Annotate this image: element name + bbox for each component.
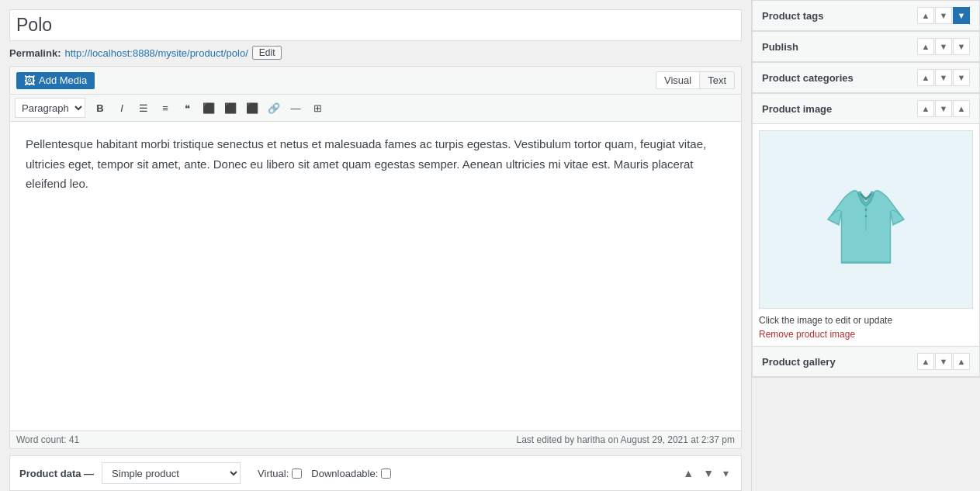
product-categories-down-btn[interactable]: ▼ — [935, 69, 952, 86]
ordered-list-button[interactable]: ≡ — [155, 98, 175, 118]
product-data-up-button[interactable]: ▲ — [680, 465, 697, 481]
publish-toggle-btn[interactable]: ▼ — [953, 38, 970, 55]
permalink-label: Permalink: — [9, 47, 61, 59]
bold-button[interactable]: B — [90, 98, 110, 118]
downloadable-checkbox[interactable] — [381, 469, 391, 479]
permalink-bar: Permalink: http://localhost:8888/mysite/… — [9, 46, 742, 60]
publish-up-btn[interactable]: ▲ — [917, 38, 934, 55]
publish-controls: ▲ ▼ ▼ — [917, 38, 970, 55]
product-type-select[interactable]: Simple productGrouped productExternal/Af… — [102, 462, 241, 484]
product-categories-up-btn[interactable]: ▲ — [917, 69, 934, 86]
word-count-label: Word count: — [16, 434, 66, 445]
product-image-header[interactable]: Product image ▲ ▼ ▲ — [753, 94, 979, 124]
remove-product-image-link[interactable]: Remove product image — [759, 329, 973, 340]
last-edited: Last edited by haritha on August 29, 202… — [516, 434, 735, 445]
product-categories-toggle-btn[interactable]: ▼ — [953, 69, 970, 86]
visual-tab[interactable]: Visual — [656, 72, 700, 88]
product-categories-box: Product categories ▲ ▼ ▼ — [752, 62, 980, 93]
table-button[interactable]: ⊞ — [307, 98, 327, 118]
horizontal-rule-button[interactable]: — — [286, 98, 306, 118]
product-image-container: Click the image to edit or update Remove… — [753, 124, 979, 346]
product-categories-controls: ▲ ▼ ▼ — [917, 69, 970, 86]
paragraph-select[interactable]: Paragraph — [15, 98, 85, 118]
product-gallery-down-btn[interactable]: ▼ — [935, 353, 952, 370]
downloadable-label: Downloadable: — [311, 468, 391, 479]
product-gallery-controls: ▲ ▼ ▲ — [917, 353, 970, 370]
svg-point-2 — [865, 215, 867, 217]
product-image-down-btn[interactable]: ▼ — [935, 100, 952, 117]
svg-point-1 — [865, 209, 867, 211]
product-gallery-toggle-btn[interactable]: ▲ — [953, 353, 970, 370]
link-button[interactable]: 🔗 — [264, 98, 284, 118]
permalink-url[interactable]: http://localhost:8888/mysite/product/pol… — [64, 47, 248, 59]
unordered-list-button[interactable]: ☰ — [133, 98, 154, 118]
product-image-title: Product image — [762, 103, 832, 115]
format-toolbar: Paragraph B I ☰ ≡ ❝ ⬛ ⬛ ⬛ 🔗 — ⊞ — [10, 95, 741, 122]
product-tags-title: Product tags — [762, 10, 823, 22]
editor-footer: Word count: 41 Last edited by haritha on… — [10, 430, 741, 448]
product-tags-controls: ▲ ▼ ▼ — [917, 7, 970, 24]
publish-header[interactable]: Publish ▲ ▼ ▼ — [753, 32, 979, 62]
publish-title: Publish — [762, 41, 798, 53]
product-data-label: Product data — — [19, 468, 94, 479]
product-tags-up-btn[interactable]: ▲ — [917, 7, 934, 24]
text-tab[interactable]: Text — [700, 72, 734, 88]
product-image-caption: Click the image to edit or update — [759, 315, 973, 326]
product-gallery-title: Product gallery — [762, 356, 836, 368]
editor-container: 🖼 Add Media Visual Text Paragraph B I ☰ … — [9, 66, 742, 449]
align-center-button[interactable]: ⬛ — [220, 98, 241, 118]
product-data-options: Virtual: Downloadable: — [258, 468, 391, 479]
add-media-button[interactable]: 🖼 Add Media — [16, 72, 95, 89]
product-tags-down-btn[interactable]: ▼ — [935, 7, 952, 24]
product-data-down-button[interactable]: ▼ — [700, 465, 717, 481]
product-image-box: Product image ▲ ▼ ▲ — [752, 93, 980, 346]
polo-shirt-image — [812, 165, 920, 274]
product-image-toggle-btn[interactable]: ▲ — [953, 100, 970, 117]
permalink-edit-button[interactable]: Edit — [252, 46, 282, 60]
publish-box: Publish ▲ ▼ ▼ — [752, 31, 980, 62]
visual-text-tabs: Visual Text — [656, 71, 735, 89]
product-gallery-up-btn[interactable]: ▲ — [917, 353, 934, 370]
product-categories-title: Product categories — [762, 72, 854, 84]
editor-content: Pellentesque habitant morbi tristique se… — [26, 134, 725, 194]
word-count-value: 41 — [69, 434, 79, 445]
product-gallery-header[interactable]: Product gallery ▲ ▼ ▲ — [753, 347, 979, 377]
product-data-arrows: ▲ ▼ ▾ — [680, 465, 732, 481]
italic-button[interactable]: I — [112, 98, 132, 118]
product-image-click-area[interactable] — [759, 130, 973, 309]
product-categories-header[interactable]: Product categories ▲ ▼ ▼ — [753, 63, 979, 93]
align-left-button[interactable]: ⬛ — [199, 98, 219, 118]
product-tags-box: Product tags ▲ ▼ ▼ — [752, 0, 980, 31]
add-media-label: Add Media — [39, 74, 87, 86]
product-data-close-button[interactable]: ▾ — [720, 465, 732, 481]
product-tags-toggle-btn[interactable]: ▼ — [953, 7, 970, 24]
product-data-bar: Product data — Simple productGrouped pro… — [9, 455, 742, 491]
main-content: Permalink: http://localhost:8888/mysite/… — [0, 0, 751, 491]
virtual-checkbox[interactable] — [292, 469, 302, 479]
product-gallery-box: Product gallery ▲ ▼ ▲ — [752, 346, 980, 378]
word-count: Word count: 41 — [16, 434, 79, 445]
product-tags-header[interactable]: Product tags ▲ ▼ ▼ — [753, 1, 979, 31]
sidebar: Product tags ▲ ▼ ▼ Publish ▲ ▼ ▼ Product… — [751, 0, 980, 491]
editor-body[interactable]: Pellentesque habitant morbi tristique se… — [10, 122, 741, 430]
align-right-button[interactable]: ⬛ — [242, 98, 262, 118]
product-image-controls: ▲ ▼ ▲ — [917, 100, 970, 117]
product-image-up-btn[interactable]: ▲ — [917, 100, 934, 117]
post-title-input[interactable] — [9, 9, 742, 41]
blockquote-button[interactable]: ❝ — [177, 98, 197, 118]
virtual-label: Virtual: — [258, 468, 302, 479]
editor-toolbar-top: 🖼 Add Media Visual Text — [10, 67, 741, 95]
add-media-icon: 🖼 — [24, 74, 35, 87]
publish-down-btn[interactable]: ▼ — [935, 38, 952, 55]
